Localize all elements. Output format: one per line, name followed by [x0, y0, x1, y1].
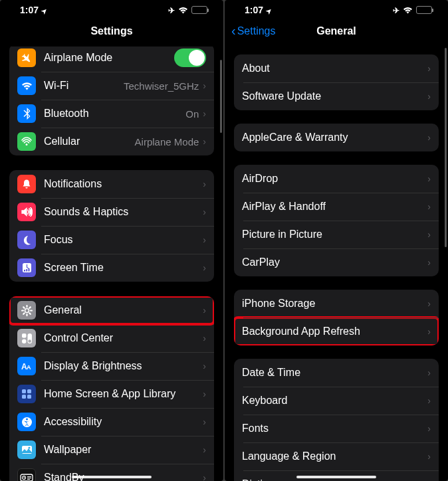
- row-fonts[interactable]: Fonts ›: [234, 415, 439, 442]
- chevron-right-icon: ›: [203, 80, 206, 91]
- wifi-icon: [17, 76, 36, 95]
- chevron-right-icon: ›: [427, 173, 431, 184]
- row-label: Wi-Fi: [44, 80, 124, 92]
- row-label: AirPlay & Handoff: [242, 201, 427, 213]
- row-airplane-mode[interactable]: Airplane Mode: [9, 47, 214, 72]
- scroll-indicator: [220, 60, 222, 133]
- row-label: Home Screen & App Library: [44, 388, 203, 400]
- row-wallpaper[interactable]: Wallpaper ›: [9, 436, 214, 464]
- general-group-storage: iPhone Storage › Background App Refresh …: [234, 290, 439, 345]
- row-bluetooth[interactable]: Bluetooth On ›: [9, 100, 214, 128]
- chevron-right-icon: ›: [427, 229, 431, 240]
- nav-header: ‹ Settings General: [225, 20, 448, 43]
- row-iphone-storage[interactable]: iPhone Storage ›: [234, 290, 439, 318]
- standby-icon: [17, 468, 36, 481]
- row-carplay[interactable]: CarPlay ›: [234, 248, 439, 276]
- row-screentime[interactable]: Screen Time ›: [9, 254, 214, 282]
- row-sounds[interactable]: Sounds & Haptics ›: [9, 198, 214, 226]
- row-label: Bluetooth: [44, 108, 185, 120]
- wallpaper-icon: [17, 440, 36, 459]
- wifi-status-icon: [403, 7, 413, 14]
- svg-point-9: [28, 339, 31, 343]
- row-label: CarPlay: [242, 256, 427, 268]
- row-standby[interactable]: StandBy ›: [9, 464, 214, 481]
- row-label: About: [242, 62, 427, 74]
- svg-rect-3: [26, 269, 27, 272]
- row-notifications[interactable]: Notifications ›: [9, 170, 214, 198]
- row-software-update[interactable]: Software Update ›: [234, 82, 439, 110]
- svg-point-19: [28, 447, 30, 449]
- row-label: Cellular: [44, 136, 135, 147]
- chevron-right-icon: ›: [203, 235, 206, 245]
- row-label: Notifications: [44, 178, 203, 190]
- chevron-right-icon: ›: [427, 326, 431, 337]
- chevron-right-icon: ›: [427, 395, 431, 406]
- svg-rect-15: [27, 395, 31, 399]
- status-bar: 1:07 32: [0, 0, 223, 20]
- row-airdrop[interactable]: AirDrop ›: [234, 165, 439, 193]
- row-label: Control Center: [44, 332, 203, 344]
- svg-rect-4: [28, 268, 29, 272]
- chevron-right-icon: ›: [203, 417, 206, 427]
- row-label: Keyboard: [242, 395, 427, 407]
- row-focus[interactable]: Focus ›: [9, 226, 214, 254]
- chevron-right-icon: ›: [427, 201, 431, 212]
- battery-icon: 32: [191, 6, 207, 14]
- chevron-right-icon: ›: [203, 136, 206, 147]
- general-screen: 1:07 33 ‹ Settings General About ›: [225, 0, 448, 481]
- row-label: Dictionary: [242, 478, 427, 481]
- screentime-icon: [17, 258, 36, 277]
- row-airplay[interactable]: AirPlay & Handoff ›: [234, 193, 439, 221]
- row-language-region[interactable]: Language & Region ›: [234, 442, 439, 470]
- chevron-right-icon: ›: [427, 423, 431, 434]
- row-display[interactable]: AA Display & Brightness ›: [9, 352, 214, 380]
- row-cellular[interactable]: Cellular Airplane Mode ›: [9, 128, 214, 155]
- chevron-right-icon: ›: [427, 298, 431, 309]
- general-group-airdrop: AirDrop › AirPlay & Handoff › Picture in…: [234, 165, 439, 276]
- airplane-status-icon: [168, 5, 175, 15]
- location-icon: [266, 5, 271, 15]
- row-background-app-refresh[interactable]: Background App Refresh ›: [234, 318, 439, 345]
- row-label: Wallpaper: [44, 444, 203, 456]
- controlcenter-icon: [17, 329, 36, 347]
- row-applecare[interactable]: AppleCare & Warranty ›: [234, 124, 439, 151]
- svg-rect-2: [24, 270, 25, 272]
- bluetooth-icon: [17, 104, 36, 123]
- general-icon: [17, 301, 36, 320]
- row-label: Language & Region: [242, 450, 427, 462]
- row-label: Picture in Picture: [242, 229, 427, 241]
- display-icon: AA: [17, 357, 36, 375]
- row-general[interactable]: General ›: [9, 296, 214, 324]
- row-label: Sounds & Haptics: [44, 206, 203, 218]
- cellular-icon: [17, 132, 36, 151]
- back-button[interactable]: ‹ Settings: [231, 25, 275, 39]
- settings-group-notifications: Notifications › Sounds & Haptics › Focus…: [9, 170, 214, 282]
- chevron-right-icon: ›: [203, 108, 206, 119]
- home-indicator[interactable]: [72, 476, 152, 478]
- home-indicator[interactable]: [296, 476, 376, 478]
- chevron-right-icon: ›: [203, 472, 206, 481]
- row-controlcenter[interactable]: Control Center ›: [9, 324, 214, 352]
- row-pip[interactable]: Picture in Picture ›: [234, 221, 439, 248]
- settings-group-connectivity: Airplane Mode Wi-Fi Techwiser_5GHz › Blu…: [9, 47, 214, 155]
- row-label: AppleCare & Warranty: [242, 132, 427, 144]
- wifi-status-icon: [178, 7, 188, 14]
- svg-text:A: A: [27, 364, 31, 371]
- svg-point-17: [26, 418, 28, 420]
- homescreen-icon: [17, 385, 36, 403]
- row-date-time[interactable]: Date & Time ›: [234, 359, 439, 387]
- row-wifi[interactable]: Wi-Fi Techwiser_5GHz ›: [9, 72, 214, 100]
- row-about[interactable]: About ›: [234, 54, 439, 82]
- airplane-toggle[interactable]: [174, 48, 206, 67]
- row-homescreen[interactable]: Home Screen & App Library ›: [9, 380, 214, 408]
- chevron-right-icon: ›: [203, 262, 206, 273]
- location-icon: [41, 5, 47, 15]
- row-label: Accessibility: [44, 416, 203, 428]
- row-detail: On: [185, 108, 199, 120]
- chevron-right-icon: ›: [427, 63, 431, 74]
- row-label: Date & Time: [242, 367, 427, 379]
- row-detail: Techwiser_5GHz: [124, 80, 199, 92]
- row-accessibility[interactable]: Accessibility ›: [9, 408, 214, 436]
- row-keyboard[interactable]: Keyboard ›: [234, 387, 439, 415]
- row-detail: Airplane Mode: [135, 136, 199, 147]
